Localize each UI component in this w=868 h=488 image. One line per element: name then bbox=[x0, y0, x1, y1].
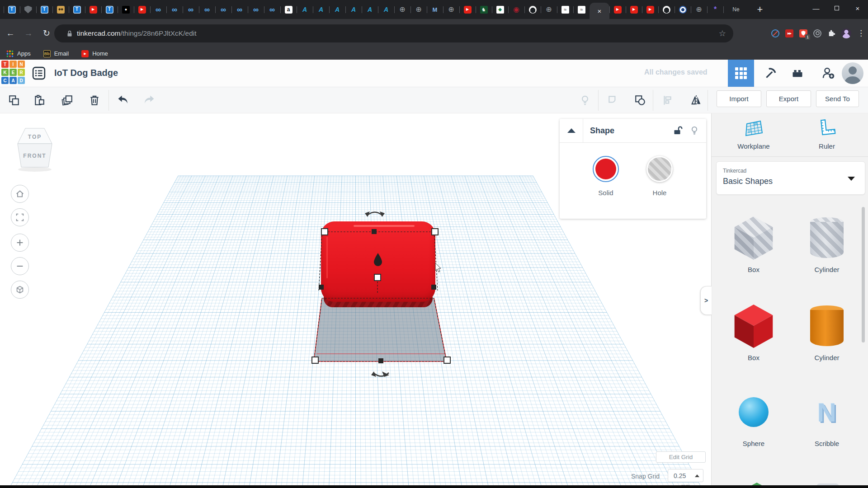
view-cube[interactable]: TOP FRONT bbox=[15, 126, 55, 173]
browser-tab[interactable] bbox=[52, 0, 69, 19]
brick-export-button[interactable] bbox=[784, 60, 811, 87]
browser-tab[interactable]: ∞ bbox=[215, 0, 231, 19]
paste-button[interactable] bbox=[31, 92, 47, 108]
browser-tab[interactable]: ∞ bbox=[183, 0, 199, 19]
swirl-extension-icon[interactable] bbox=[813, 29, 821, 38]
minecraft-export-button[interactable] bbox=[757, 60, 783, 87]
ruler-tool[interactable]: Ruler bbox=[800, 118, 854, 150]
ungroup-button[interactable] bbox=[632, 92, 648, 108]
browser-tab[interactable]: ▶ bbox=[626, 0, 642, 19]
duplicate-button[interactable] bbox=[59, 92, 75, 108]
mirror-button[interactable] bbox=[688, 92, 704, 108]
browser-tab[interactable]: A bbox=[313, 0, 329, 19]
shape-gallery-item[interactable]: Cylinder bbox=[788, 211, 865, 273]
copy-button[interactable] bbox=[6, 92, 22, 108]
browser-tab[interactable]: ⊕ bbox=[443, 0, 459, 19]
browser-tab[interactable]: ⊕ bbox=[541, 0, 557, 19]
browser-tab[interactable]: T bbox=[101, 0, 118, 19]
browser-tab[interactable]: ∞ bbox=[150, 0, 166, 19]
new-tab-button[interactable]: + bbox=[753, 4, 767, 15]
close-window-button[interactable]: × bbox=[847, 0, 868, 16]
browser-tab[interactable]: A bbox=[362, 0, 378, 19]
active-tab-tinkercad[interactable]: × bbox=[590, 3, 609, 19]
browser-tab[interactable]: ∞ bbox=[166, 0, 183, 19]
unlock-icon[interactable] bbox=[673, 126, 683, 136]
undo-button[interactable] bbox=[115, 92, 131, 108]
collapse-panel-button[interactable] bbox=[560, 119, 583, 142]
browser-tab[interactable]: A bbox=[345, 0, 362, 19]
tinkercad-logo[interactable]: TINKERCAD bbox=[1, 61, 26, 86]
collapse-sidebar-tab[interactable]: > bbox=[700, 286, 712, 315]
adblock-shield-icon[interactable]: 1 bbox=[799, 29, 807, 38]
align-button[interactable] bbox=[659, 92, 675, 108]
shape-library-dropdown[interactable]: Tinkercad Basic Shapes bbox=[716, 161, 865, 195]
address-bar[interactable]: tinkercad.com/things/28n6PJltXcK/edit ☆ bbox=[54, 24, 733, 42]
redo-button[interactable] bbox=[141, 92, 157, 108]
blocks-view-button[interactable] bbox=[728, 60, 754, 87]
browser-tab[interactable]: T bbox=[69, 0, 85, 19]
browser-tab[interactable] bbox=[675, 0, 691, 19]
browser-tab[interactable]: ≈ bbox=[557, 0, 573, 19]
shape-gallery-item[interactable]: Scribble bbox=[788, 385, 865, 447]
perspective-toggle-button[interactable] bbox=[11, 281, 29, 299]
edit-grid-button[interactable]: Edit Grid bbox=[656, 451, 706, 463]
bookmark-item[interactable]: Bb Email bbox=[43, 50, 69, 57]
browser-tab[interactable]: T bbox=[36, 0, 52, 19]
hide-lightbulb-icon[interactable] bbox=[690, 126, 699, 136]
shape-gallery-item[interactable]: Sphere bbox=[715, 385, 792, 447]
browser-tab[interactable]: ▶ bbox=[85, 0, 101, 19]
browser-tab[interactable]: ⊕ bbox=[410, 0, 427, 19]
browser-tab[interactable]: M bbox=[427, 0, 443, 19]
browser-tab[interactable]: ● bbox=[118, 0, 134, 19]
design-title[interactable]: IoT Dog Badge bbox=[54, 68, 118, 78]
sidebar-scrollbar[interactable] bbox=[862, 207, 865, 343]
browser-tab[interactable]: * bbox=[707, 0, 723, 19]
browser-tab[interactable]: T bbox=[4, 0, 20, 19]
zoom-in-button[interactable] bbox=[11, 234, 29, 252]
shape-gallery-item[interactable]: Cylinder bbox=[788, 299, 865, 361]
browser-tab[interactable]: ▶ bbox=[642, 0, 658, 19]
browser-tab[interactable]: ⊕ bbox=[394, 0, 410, 19]
workplane-tool[interactable]: Workplane bbox=[726, 118, 781, 150]
bookmark-item[interactable]: ▶ Home bbox=[81, 50, 108, 57]
fastforward-extension-icon[interactable]: ▶▶ bbox=[785, 29, 793, 38]
browser-tab[interactable]: ≈ bbox=[573, 0, 590, 19]
forward-button[interactable]: → bbox=[21, 28, 36, 38]
browser-menu-icon[interactable]: ⋮ bbox=[857, 28, 863, 38]
browser-tab[interactable]: A bbox=[329, 0, 345, 19]
hole-material-option[interactable] bbox=[646, 156, 673, 182]
export-button[interactable]: Export bbox=[766, 90, 811, 107]
group-button[interactable] bbox=[605, 92, 621, 108]
browser-tab[interactable]: ▶ bbox=[459, 0, 476, 19]
user-avatar[interactable] bbox=[842, 62, 863, 84]
puzzle-extensions-icon[interactable] bbox=[827, 29, 835, 38]
bookmark-item[interactable]: Apps bbox=[6, 50, 31, 57]
import-button[interactable]: Import bbox=[717, 90, 761, 107]
delete-button[interactable] bbox=[86, 92, 103, 108]
bookmark-star-icon[interactable]: ☆ bbox=[719, 28, 726, 38]
minimize-button[interactable]: — bbox=[806, 0, 826, 16]
design-menu-icon[interactable] bbox=[32, 66, 46, 80]
browser-tab[interactable]: ∞ bbox=[248, 0, 264, 19]
snap-grid-select[interactable]: 0.25 bbox=[668, 469, 703, 482]
browser-tab[interactable] bbox=[524, 0, 541, 19]
browser-tab[interactable]: ⊕ bbox=[691, 0, 707, 19]
restore-button[interactable] bbox=[826, 0, 847, 16]
browser-profile-avatar[interactable] bbox=[841, 28, 851, 38]
browser-tab[interactable] bbox=[20, 0, 36, 19]
shape-gallery-item[interactable]: Box bbox=[715, 299, 792, 361]
back-button[interactable]: ← bbox=[3, 28, 18, 38]
browser-tab[interactable]: a bbox=[280, 0, 297, 19]
close-tab-icon[interactable]: × bbox=[598, 8, 602, 14]
browser-tab[interactable]: ◆ bbox=[492, 0, 508, 19]
browser-tab[interactable]: ♞ bbox=[476, 0, 492, 19]
share-invite-button[interactable] bbox=[815, 60, 841, 87]
browser-tab[interactable] bbox=[658, 0, 675, 19]
content-blocker-icon[interactable] bbox=[771, 29, 779, 38]
show-all-button[interactable] bbox=[577, 92, 593, 108]
browser-tab[interactable]: A bbox=[378, 0, 394, 19]
browser-tab[interactable]: ▶ bbox=[609, 0, 626, 19]
browser-tab[interactable]: ▶ bbox=[134, 0, 150, 19]
browser-tab[interactable]: ∞ bbox=[199, 0, 215, 19]
browser-tab[interactable]: ∞ bbox=[264, 0, 280, 19]
